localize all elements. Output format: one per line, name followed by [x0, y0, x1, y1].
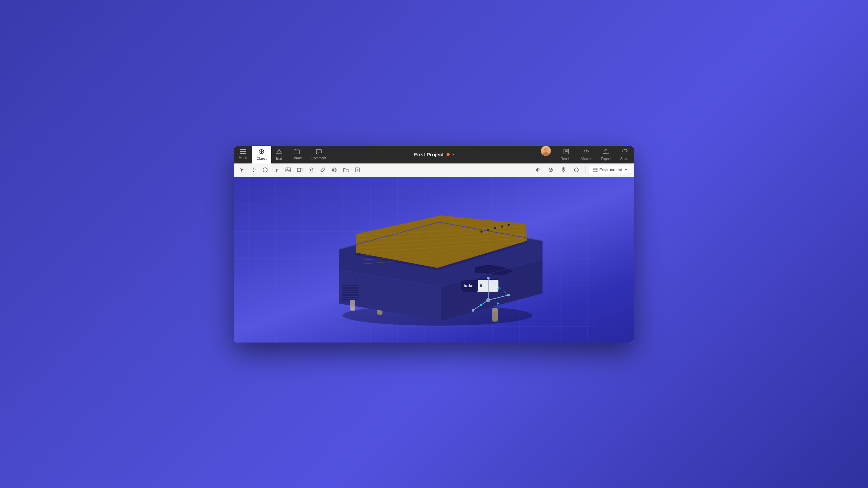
svg-rect-43 — [342, 294, 359, 296]
project-title: First Project — [414, 152, 444, 157]
avatar-face — [541, 146, 551, 156]
nav-library-label: Library — [292, 156, 302, 160]
svg-point-12 — [310, 169, 312, 171]
nav-item-render[interactable]: Render — [556, 146, 576, 163]
nav-left: Menu Object Edit — [234, 146, 331, 163]
svg-marker-3 — [277, 149, 281, 153]
viewer-icon — [583, 149, 589, 156]
tool-adjust[interactable] — [532, 165, 543, 175]
image-icon — [285, 168, 291, 172]
tool-video[interactable] — [294, 165, 305, 175]
svg-point-55 — [497, 287, 499, 289]
svg-point-32 — [494, 227, 496, 229]
import-icon — [355, 167, 360, 173]
video-icon — [297, 168, 302, 172]
environment-dropdown-icon — [624, 169, 628, 171]
circle-icon — [574, 167, 579, 173]
tool-pin[interactable] — [558, 165, 569, 175]
svg-point-5 — [544, 148, 548, 152]
tool-move[interactable] — [248, 165, 259, 175]
share-icon — [622, 149, 628, 156]
svg-point-57 — [497, 302, 499, 305]
pin-icon — [561, 167, 566, 173]
export-icon — [603, 149, 609, 156]
tool-paint[interactable] — [317, 165, 328, 175]
svg-point-34 — [508, 224, 510, 226]
svg-rect-42 — [342, 292, 359, 293]
nav-edit-label: Edit — [276, 157, 282, 160]
svg-point-19 — [574, 168, 578, 172]
environment-icon — [593, 168, 597, 172]
svg-text:it: it — [480, 283, 483, 288]
environment-dropdown[interactable]: Environment — [589, 166, 631, 174]
nav-render-label: Render — [560, 157, 572, 161]
tool-shape[interactable] — [329, 165, 340, 175]
nav-item-viewer[interactable]: Viewer — [576, 146, 596, 163]
tool-light[interactable] — [306, 165, 317, 175]
tool-material[interactable] — [545, 165, 556, 175]
tool-folder[interactable] — [340, 165, 351, 175]
svg-point-30 — [480, 231, 482, 233]
adjust-icon — [535, 167, 540, 173]
object-tool-icon — [262, 167, 268, 173]
nav-item-share[interactable]: Share — [615, 146, 634, 163]
svg-rect-39 — [342, 285, 359, 286]
nav-item-library[interactable]: Library — [287, 146, 307, 163]
svg-rect-20 — [593, 168, 597, 172]
app-window: Menu Object Edit — [234, 146, 634, 343]
viewport[interactable]: bake it — [234, 177, 634, 343]
svg-rect-21 — [596, 168, 597, 172]
tool-select[interactable] — [237, 165, 248, 175]
svg-rect-1 — [240, 151, 246, 152]
folder-icon — [343, 168, 349, 172]
svg-point-18 — [563, 169, 564, 170]
product-model: bake it — [305, 181, 563, 334]
nav-item-export[interactable]: Export — [596, 146, 615, 163]
nav-export-label: Export — [601, 157, 611, 161]
svg-rect-47 — [350, 300, 355, 310]
select-icon — [240, 168, 244, 172]
svg-point-14 — [333, 169, 335, 171]
nav-bar: Menu Object Edit — [234, 146, 634, 163]
svg-point-33 — [501, 226, 503, 228]
object-icon — [258, 149, 264, 156]
nav-item-object[interactable]: Object — [252, 146, 271, 163]
project-name-center: First Project ▾ — [414, 152, 454, 157]
tool-import[interactable] — [352, 165, 363, 175]
svg-rect-4 — [294, 150, 299, 154]
user-avatar[interactable] — [541, 146, 551, 156]
svg-text:bake: bake — [463, 283, 474, 288]
nav-share-label: Share — [620, 157, 629, 161]
environment-label: Environment — [599, 168, 622, 172]
svg-rect-41 — [342, 290, 359, 291]
svg-point-17 — [537, 170, 538, 171]
render-icon — [563, 149, 569, 156]
paint-icon — [320, 167, 326, 173]
project-dropdown-icon[interactable]: ▾ — [452, 153, 454, 156]
nav-comment-label: Comment — [312, 156, 326, 160]
material-icon — [548, 167, 553, 173]
nav-right: Render Viewer Export — [536, 146, 634, 163]
nav-viewer-label: Viewer — [581, 157, 591, 161]
svg-rect-45 — [342, 299, 359, 300]
svg-rect-0 — [240, 149, 246, 150]
light-icon — [309, 167, 314, 173]
project-status-dot — [447, 153, 450, 156]
comment-icon — [316, 149, 322, 155]
menu-icon — [240, 149, 246, 155]
nav-object-label: Object — [257, 157, 267, 160]
toolbar-right: Environment — [532, 165, 631, 175]
toolbar-separator — [585, 167, 586, 173]
nav-item-edit[interactable]: Edit — [271, 146, 287, 163]
tool-circle[interactable] — [571, 165, 582, 175]
move-icon — [251, 167, 256, 173]
edit-icon — [276, 149, 282, 156]
nav-item-menu[interactable]: Menu — [234, 146, 252, 163]
nav-item-comment[interactable]: Comment — [307, 146, 331, 163]
tool-text[interactable]: T — [271, 165, 282, 175]
tool-object[interactable] — [260, 165, 271, 175]
svg-rect-44 — [342, 297, 359, 298]
viewport-background: bake it — [234, 177, 634, 343]
svg-rect-40 — [342, 287, 359, 289]
tool-image[interactable] — [283, 165, 294, 175]
